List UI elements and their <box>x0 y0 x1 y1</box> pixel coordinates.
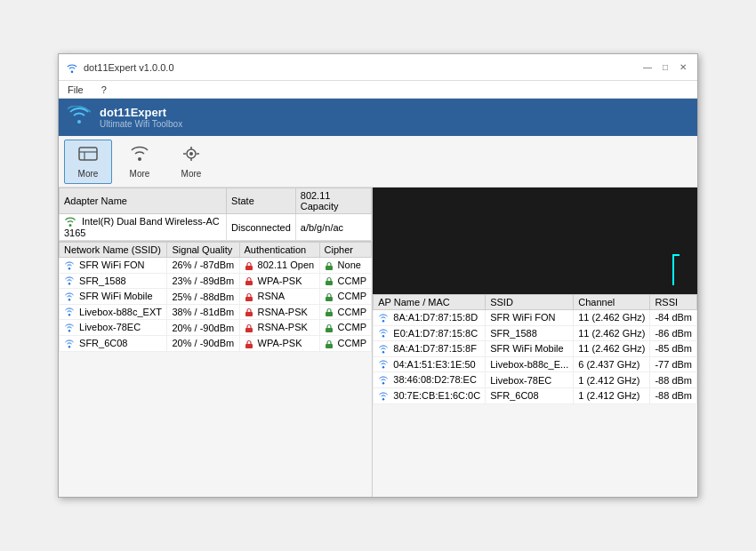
ap-cell-channel: 11 (2.462 GHz) <box>574 341 650 357</box>
toolbar-label-1: More <box>130 169 150 179</box>
left-panel: Adapter Name State 802.11 Capacity Intel… <box>59 188 373 497</box>
ap-table[interactable]: AP Name / MAC SSID Channel RSSI 8A:A1:D7… <box>373 294 697 497</box>
adapter-table: Adapter Name State 802.11 Capacity Intel… <box>59 188 372 242</box>
net-cell-ssid: SFR WiFi FON <box>60 258 167 274</box>
net-cell-cipher: CCMP <box>319 289 372 305</box>
adapter-cell-capacity: a/b/g/n/ac <box>295 214 372 241</box>
adapter-cell-state: Disconnected <box>227 214 296 241</box>
ap-cell-rssi: -85 dBm <box>650 341 697 357</box>
ap-cell-rssi: -77 dBm <box>650 356 697 372</box>
ap-row[interactable]: 38:46:08:D2:78:EC Livebox-78EC 1 (2.412 … <box>374 372 697 388</box>
brand-title: dot11Expert <box>100 106 182 119</box>
net-cell-ssid: SFR WiFi Mobile <box>60 289 167 305</box>
svg-rect-16 <box>326 312 333 316</box>
viz-line <box>672 254 680 285</box>
network-row[interactable]: SFR_1588 23% / -89dBm WPA-PSK CCMP <box>60 273 372 289</box>
svg-rect-13 <box>245 297 253 301</box>
ap-row[interactable]: 8A:A1:D7:87:15:8F SFR WiFi Mobile 11 (2.… <box>374 341 697 357</box>
network-row[interactable]: Livebox-78EC 20% / -90dBm RSNA-PSK CCMP <box>60 320 372 336</box>
net-col-ssid: Network Name (SSID) <box>60 243 167 258</box>
svg-rect-20 <box>326 344 333 348</box>
ap-cell-ssid: SFR_6C08 <box>486 387 574 403</box>
svg-rect-19 <box>245 344 253 348</box>
net-cell-cipher: CCMP <box>319 304 372 320</box>
ap-cell-mac: E0:A1:D7:87:15:8C <box>374 325 486 341</box>
ap-cell-rssi: -88 dBm <box>650 372 697 388</box>
ap-cell-ssid: SFR WiFi FON <box>486 310 574 326</box>
visualization-area <box>373 188 697 294</box>
title-bar-left: dot11Expert v1.0.0.0 <box>66 61 174 74</box>
net-cell-cipher: CCMP <box>319 273 372 289</box>
toolbar-btn-2[interactable]: More <box>167 140 215 184</box>
ap-row[interactable]: E0:A1:D7:87:15:8C SFR_1588 11 (2.462 GHz… <box>374 325 697 341</box>
net-cell-auth: RSNA <box>239 289 319 305</box>
menu-file[interactable]: File <box>64 84 87 96</box>
adapter-cell-name: Intel(R) Dual Band Wireless-AC 3165 <box>60 214 227 241</box>
network-row[interactable]: SFR_6C08 20% / -90dBm WPA-PSK CCMP <box>60 336 372 352</box>
toolbar-icon-1 <box>130 145 149 167</box>
ap-cell-mac: 30:7E:CB:E1:6C:0C <box>374 387 486 403</box>
net-col-auth: Authentication <box>239 243 319 258</box>
ap-cell-channel: 11 (2.462 GHz) <box>574 325 650 341</box>
net-cell-ssid: SFR_1588 <box>60 273 167 289</box>
toolbar-icon-2 <box>181 145 201 167</box>
ap-cell-mac: 8A:A1:D7:87:15:8D <box>374 310 486 326</box>
svg-rect-10 <box>326 266 333 270</box>
adapter-col-state: State <box>227 188 296 214</box>
svg-rect-18 <box>326 328 333 332</box>
ap-cell-mac: 38:46:08:D2:78:EC <box>374 372 486 388</box>
ap-cell-ssid: SFR WiFi Mobile <box>486 341 574 357</box>
net-cell-cipher: CCMP <box>319 336 372 352</box>
toolbar-btn-1[interactable]: More <box>116 140 164 184</box>
net-cell-cipher: CCMP <box>319 320 372 336</box>
brand-icon <box>68 106 91 130</box>
svg-rect-15 <box>245 312 253 316</box>
ap-cell-rssi: -86 dBm <box>650 325 697 341</box>
adapter-row[interactable]: Intel(R) Dual Band Wireless-AC 3165 Disc… <box>60 214 372 241</box>
network-row[interactable]: SFR WiFi FON 26% / -87dBm 802.11 Open No… <box>60 258 372 274</box>
ap-row[interactable]: 8A:A1:D7:87:15:8D SFR WiFi FON 11 (2.462… <box>374 310 697 326</box>
net-cell-auth: RSNA-PSK <box>239 320 319 336</box>
net-cell-signal: 20% / -90dBm <box>167 320 239 336</box>
toolbar-btn-0[interactable]: More <box>64 140 112 184</box>
net-cell-ssid: SFR_6C08 <box>60 336 167 352</box>
network-table[interactable]: Network Name (SSID) Signal Quality Authe… <box>59 242 372 497</box>
title-bar: dot11Expert v1.0.0.0 — □ ✕ <box>59 54 697 81</box>
ap-cell-mac: 04:A1:51:E3:1E:50 <box>374 356 486 372</box>
brand-subtitle: Ultimate Wifi Toolbox <box>100 119 182 129</box>
svg-rect-0 <box>79 148 97 160</box>
ap-cell-ssid: SFR_1588 <box>486 325 574 341</box>
ap-cell-channel: 6 (2.437 GHz) <box>574 356 650 372</box>
ap-cell-channel: 11 (2.462 GHz) <box>574 310 650 326</box>
app-icon <box>66 61 78 74</box>
svg-rect-11 <box>245 281 253 285</box>
net-cell-ssid: Livebox-78EC <box>60 320 167 336</box>
ap-row[interactable]: 04:A1:51:E3:1E:50 Livebox-b88c_E... 6 (2… <box>374 356 697 372</box>
close-button[interactable]: ✕ <box>676 60 690 75</box>
svg-rect-17 <box>245 328 253 332</box>
main-window: dot11Expert v1.0.0.0 — □ ✕ File ? dot11E… <box>58 53 698 498</box>
network-row[interactable]: Livebox-b88c_EXT 38% / -81dBm RSNA-PSK C… <box>60 304 372 320</box>
ap-cell-channel: 1 (2.412 GHz) <box>574 372 650 388</box>
net-cell-ssid: Livebox-b88c_EXT <box>60 304 167 320</box>
minimize-button[interactable]: — <box>640 60 655 75</box>
main-content: Adapter Name State 802.11 Capacity Intel… <box>59 188 697 497</box>
network-row[interactable]: SFR WiFi Mobile 25% / -88dBm RSNA CCMP <box>60 289 372 305</box>
window-title: dot11Expert v1.0.0.0 <box>84 62 174 73</box>
right-panel: AP Name / MAC SSID Channel RSSI 8A:A1:D7… <box>373 188 697 497</box>
ap-cell-rssi: -84 dBm <box>650 310 697 326</box>
toolbar-label-2: More <box>181 169 202 179</box>
net-cell-auth: WPA-PSK <box>239 336 319 352</box>
toolbar-icon-0 <box>78 145 98 167</box>
ap-cell-ssid: Livebox-b88c_E... <box>486 356 574 372</box>
ap-col-mac: AP Name / MAC <box>374 295 486 310</box>
menu-help[interactable]: ? <box>98 84 110 96</box>
adapter-col-capacity: 802.11 Capacity <box>295 188 372 214</box>
ap-col-ssid: SSID <box>486 295 574 310</box>
maximize-button[interactable]: □ <box>658 60 672 75</box>
brand-text: dot11Expert Ultimate Wifi Toolbox <box>100 106 182 129</box>
net-cell-signal: 20% / -90dBm <box>167 336 239 352</box>
ap-row[interactable]: 30:7E:CB:E1:6C:0C SFR_6C08 1 (2.412 GHz)… <box>374 387 697 403</box>
menu-bar: File ? <box>59 81 697 99</box>
net-cell-signal: 25% / -88dBm <box>167 289 239 305</box>
